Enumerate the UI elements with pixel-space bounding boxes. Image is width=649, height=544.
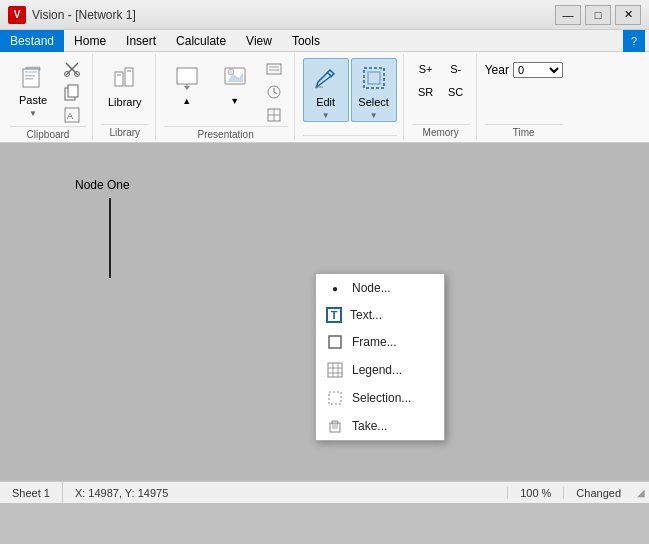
ctx-frame[interactable]: Frame...	[316, 328, 444, 356]
sc-button[interactable]: SC	[442, 81, 470, 103]
cut-button[interactable]	[58, 58, 86, 80]
frame-ctx-icon	[326, 333, 344, 351]
presentation-small1[interactable]	[260, 58, 288, 80]
coords-label: X: 14987, Y: 14975	[75, 487, 168, 499]
title-bar-left: V Vision - [Network 1]	[8, 6, 136, 24]
memory-group-label: Memory	[412, 124, 470, 140]
menu-tools[interactable]: Tools	[282, 30, 330, 52]
presentation-small2[interactable]	[260, 81, 288, 103]
library-label: Library	[108, 96, 142, 109]
edit-label: Edit	[316, 96, 335, 109]
menu-bar: Bestand Home Insert Calculate View Tools…	[0, 30, 649, 52]
memory-col2: S- SC	[442, 58, 470, 103]
svg-rect-4	[25, 78, 33, 80]
svg-rect-45	[332, 421, 338, 424]
changed-label: Changed	[576, 487, 621, 499]
ctx-selection[interactable]: Selection...	[316, 384, 444, 412]
svg-line-28	[274, 92, 277, 94]
context-menu: ● Node... T Text... Frame... Legend... S…	[315, 273, 445, 441]
svg-marker-18	[184, 86, 190, 90]
library-button[interactable]: Library	[101, 58, 149, 122]
node-one-label: Node One	[75, 178, 130, 192]
legend-ctx-icon	[326, 361, 344, 379]
app-icon: V	[8, 6, 26, 24]
ribbon-content: Paste ▼ A Clipboard	[0, 52, 649, 142]
sheet-label: Sheet 1	[12, 487, 50, 499]
memory-buttons: S+ SR S- SC	[412, 54, 470, 124]
svg-text:A: A	[67, 111, 73, 121]
menu-calculate[interactable]: Calculate	[166, 30, 236, 52]
status-changed: Changed	[564, 487, 633, 499]
year-select[interactable]: 0 1 2	[513, 62, 563, 78]
close-button[interactable]: ✕	[615, 5, 641, 25]
ribbon-group-memory: S+ SR S- SC Memory	[406, 54, 477, 140]
svg-rect-36	[368, 72, 380, 84]
selection-ctx-icon	[326, 389, 344, 407]
edit-icon	[310, 62, 342, 94]
ribbon-group-time: Year 0 1 2 Time	[479, 54, 569, 140]
ctx-node[interactable]: ● Node...	[316, 274, 444, 302]
ctx-node-label: Node...	[352, 281, 391, 295]
format-button[interactable]: A	[58, 104, 86, 126]
svg-rect-17	[177, 68, 197, 84]
presentation-col	[260, 58, 288, 126]
editselect-buttons: Edit ▼ Select ▼	[303, 54, 397, 135]
paste-arrow: ▼	[29, 109, 37, 118]
svg-rect-15	[117, 74, 121, 76]
presentation-button1[interactable]: ▲	[164, 58, 210, 122]
take-ctx-icon	[326, 417, 344, 435]
presentation-small3[interactable]	[260, 104, 288, 126]
svg-rect-34	[315, 86, 323, 88]
ctx-take-label: Take...	[352, 419, 387, 433]
memory-col1: S+ SR	[412, 58, 440, 103]
library-group-label: Library	[101, 124, 149, 140]
presentation-label2: ▼	[230, 96, 239, 107]
paste-button[interactable]: Paste ▼	[10, 58, 56, 122]
svg-marker-32	[316, 70, 334, 88]
svg-rect-2	[25, 71, 37, 73]
resize-grip[interactable]: ◢	[633, 485, 649, 501]
presentation-buttons: ▲ ▼	[164, 54, 288, 126]
ribbon-group-library: Library Library	[95, 54, 156, 140]
sp-button[interactable]: S+	[412, 58, 440, 80]
editselect-group-label	[303, 135, 397, 140]
sm-button[interactable]: S-	[442, 58, 470, 80]
presentation-icon2	[219, 62, 251, 94]
status-coords: X: 14987, Y: 14975	[63, 487, 507, 499]
ctx-selection-label: Selection...	[352, 391, 411, 405]
ctx-take[interactable]: Take...	[316, 412, 444, 440]
svg-rect-43	[329, 392, 341, 404]
select-icon	[358, 62, 390, 94]
ctx-text[interactable]: T Text...	[316, 302, 444, 328]
svg-rect-3	[25, 75, 35, 77]
canvas-area[interactable]: Node One ● Node... T Text... Frame... Le…	[0, 143, 649, 481]
title-bar: V Vision - [Network 1] — □ ✕	[0, 0, 649, 30]
ctx-legend[interactable]: Legend...	[316, 356, 444, 384]
library-icon	[109, 62, 141, 94]
select-label: Select	[358, 96, 389, 109]
menu-insert[interactable]: Insert	[116, 30, 166, 52]
menu-home[interactable]: Home	[64, 30, 116, 52]
node-ctx-icon: ●	[326, 279, 344, 297]
copy-button[interactable]	[58, 81, 86, 103]
maximize-button[interactable]: □	[585, 5, 611, 25]
presentation-icon1	[171, 62, 203, 94]
paste-icon	[17, 62, 49, 92]
menu-view[interactable]: View	[236, 30, 282, 52]
presentation-button2[interactable]: ▼	[212, 58, 258, 122]
ribbon-group-clipboard: Paste ▼ A Clipboard	[4, 54, 93, 140]
select-button[interactable]: Select ▼	[351, 58, 397, 122]
paste-label: Paste	[19, 94, 47, 107]
node-line	[109, 198, 111, 278]
sr-button[interactable]: SR	[412, 81, 440, 103]
svg-rect-10	[68, 85, 78, 97]
menu-bestand[interactable]: Bestand	[0, 30, 64, 52]
status-bar: Sheet 1 X: 14987, Y: 14975 100 % Changed…	[0, 481, 649, 503]
edit-button[interactable]: Edit ▼	[303, 58, 349, 122]
minimize-button[interactable]: —	[555, 5, 581, 25]
zoom-label: 100 %	[520, 487, 551, 499]
help-button[interactable]: ?	[623, 30, 645, 52]
ribbon: Paste ▼ A Clipboard	[0, 52, 649, 143]
title-text: Vision - [Network 1]	[32, 8, 136, 22]
status-zoom: 100 %	[507, 487, 564, 499]
